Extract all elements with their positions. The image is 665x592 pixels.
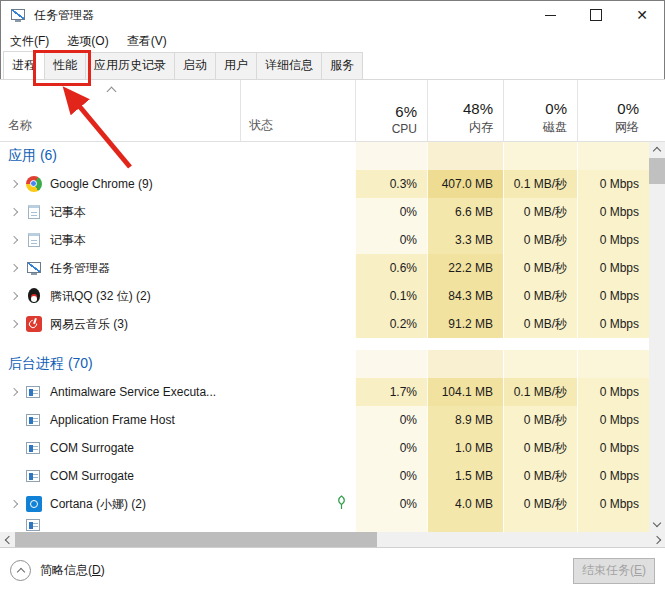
disk-value-cell: 0 MB/秒 (503, 434, 577, 462)
status-cell (240, 226, 355, 254)
leaf-suspended-icon (336, 495, 347, 514)
process-name-cell: 腾讯QQ (32 位) (2) (0, 282, 240, 310)
mem-value-cell: 1.0 MB (427, 434, 503, 462)
process-name-cell: Antimalware Service Executa... (0, 378, 240, 406)
expand-chevron-icon[interactable] (8, 316, 26, 332)
end-task-button[interactable]: 结束任务(E) (573, 558, 655, 584)
mem-value-cell: 84.3 MB (427, 282, 503, 310)
process-list: 应用 (6)Google Chrome (9)0.3%407.0 MB0.1 M… (0, 142, 665, 532)
group-header-row[interactable]: 后台进程 (70) (0, 350, 649, 378)
close-button[interactable]: ✕ (619, 0, 665, 30)
process-row[interactable]: Google Chrome (9)0.3%407.0 MB0.1 MB/秒0 M… (0, 170, 649, 198)
process-row[interactable]: 记事本0%6.6 MB0 MB/秒0 Mbps (0, 198, 649, 226)
memory-header-label: 内存 (469, 119, 493, 136)
expand-chevron-icon[interactable] (8, 288, 26, 304)
process-row[interactable]: 网易云音乐 (3)0.2%91.2 MB0 MB/秒0 Mbps (0, 310, 649, 338)
process-row[interactable]: 任务管理器0.6%22.2 MB0 MB/秒0 Mbps (0, 254, 649, 282)
process-name: COM Surrogate (50, 441, 134, 455)
process-row[interactable]: Antimalware Service Executa...1.7%104.1 … (0, 378, 649, 406)
tab-details[interactable]: 详细信息 (256, 52, 322, 79)
titlebar: 任务管理器 ✕ (0, 0, 665, 30)
status-cell (240, 350, 355, 378)
disk-value-cell: 0 MB/秒 (503, 462, 577, 490)
name-column-header[interactable]: 名称 (0, 80, 240, 141)
menu-item-view[interactable]: 查看(V) (125, 31, 169, 52)
process-name-cell: Google Chrome (9) (0, 170, 240, 198)
process-name: Cortana (小娜) (2) (50, 496, 146, 513)
footer: 简略信息(D) 结束任务(E) (0, 547, 665, 592)
expand-chevron-icon[interactable] (8, 232, 26, 248)
disk-header-label: 磁盘 (543, 119, 567, 136)
memory-column-header[interactable]: 48% 内存 (427, 80, 503, 141)
process-name-cell: Application Frame Host (0, 406, 240, 434)
net-value-cell: 0 Mbps (577, 490, 649, 518)
process-row[interactable]: 腾讯QQ (32 位) (2)0.1%84.3 MB0 MB/秒0 Mbps (0, 282, 649, 310)
expand-chevron-icon[interactable] (8, 384, 26, 400)
tab-users[interactable]: 用户 (215, 52, 257, 79)
scroll-up-button[interactable] (649, 142, 665, 158)
menu-item-file[interactable]: 文件(F) (8, 31, 51, 52)
process-row[interactable]: COM Surrogate0%1.5 MB0 MB/秒0 Mbps (0, 462, 649, 490)
expand-chevron-icon[interactable] (8, 260, 26, 276)
process-row[interactable]: Application Frame Host0%8.9 MB0 MB/秒0 Mb… (0, 406, 649, 434)
vertical-scrollbar[interactable] (649, 142, 665, 532)
tab-services[interactable]: 服务 (321, 52, 363, 79)
scroll-down-button[interactable] (649, 516, 665, 532)
process-row[interactable]: Cortana (小娜) (2)0%4.0 MB0 MB/秒0 Mbps (0, 490, 649, 518)
cpu-value-cell: 0.2% (355, 310, 427, 338)
scroll-left-button[interactable] (0, 532, 15, 547)
vertical-scrollbar-thumb[interactable] (649, 158, 665, 184)
tab-processes[interactable]: 进程 (3, 51, 45, 79)
qq-icon (26, 288, 42, 304)
expand-chevron-icon[interactable] (8, 176, 26, 192)
table-header: 名称 状态 6% CPU 48% 内存 0% 磁盘 0% 网络 (0, 80, 665, 142)
window-title: 任务管理器 (34, 7, 94, 24)
network-column-header[interactable]: 0% 网络 (577, 80, 649, 141)
process-name: Antimalware Service Executa... (50, 385, 216, 399)
cpu-value-cell (355, 142, 427, 170)
group-name-cell: 后台进程 (70) (0, 350, 240, 378)
scroll-right-button[interactable] (650, 532, 665, 547)
status-cell (240, 434, 355, 462)
process-name-cell: 网易云音乐 (3) (0, 310, 240, 338)
fewer-details-toggle[interactable]: 简略信息(D) (10, 560, 105, 581)
cpu-value-cell: 0% (355, 462, 427, 490)
menu-item-options[interactable]: 选项(O) (65, 31, 110, 52)
disk-column-header[interactable]: 0% 磁盘 (503, 80, 577, 141)
tab-app-history[interactable]: 应用历史记录 (85, 52, 175, 79)
close-icon: ✕ (636, 8, 648, 22)
cpu-value-cell: 0.6% (355, 254, 427, 282)
net-value-cell: 0 Mbps (577, 378, 649, 406)
horizontal-scrollbar-thumb[interactable] (15, 532, 377, 547)
disk-value-cell: 0 MB/秒 (503, 198, 577, 226)
partial-process-row[interactable] (0, 518, 649, 532)
process-name: Application Frame Host (50, 413, 175, 427)
maximize-button[interactable] (573, 0, 619, 30)
generic-icon (26, 414, 40, 426)
maximize-icon (590, 9, 602, 21)
net-value-cell (577, 350, 649, 378)
process-row[interactable]: COM Surrogate0%1.0 MB0 MB/秒0 Mbps (0, 434, 649, 462)
expand-chevron-icon[interactable] (8, 496, 26, 512)
expand-chevron-icon[interactable] (8, 204, 26, 220)
expand-chevron-icon (8, 518, 26, 532)
cpu-column-header[interactable]: 6% CPU (355, 80, 427, 141)
cpu-header-label: CPU (392, 122, 417, 136)
network-header-label: 网络 (615, 119, 639, 136)
process-row[interactable]: 记事本0%3.3 MB0 MB/秒0 Mbps (0, 226, 649, 254)
disk-value-cell: 0 MB/秒 (503, 282, 577, 310)
tab-performance[interactable]: 性能 (44, 52, 86, 79)
disk-value-cell (503, 518, 577, 532)
status-column-header[interactable]: 状态 (240, 80, 355, 141)
status-cell (240, 518, 355, 532)
generic-icon (26, 386, 40, 398)
fewer-details-label: 简略信息(D) (40, 562, 105, 579)
group-header-row[interactable]: 应用 (6) (0, 142, 649, 170)
tab-startup[interactable]: 启动 (174, 52, 216, 79)
cpu-value-cell: 0% (355, 406, 427, 434)
task-manager-window: 任务管理器 ✕ 文件(F) 选项(O) 查看(V) 进程 性能 应用历史记录 启… (0, 0, 665, 592)
minimize-button[interactable] (527, 0, 573, 30)
horizontal-scrollbar[interactable] (0, 532, 665, 547)
mem-value-cell: 22.2 MB (427, 254, 503, 282)
status-cell (240, 490, 355, 518)
